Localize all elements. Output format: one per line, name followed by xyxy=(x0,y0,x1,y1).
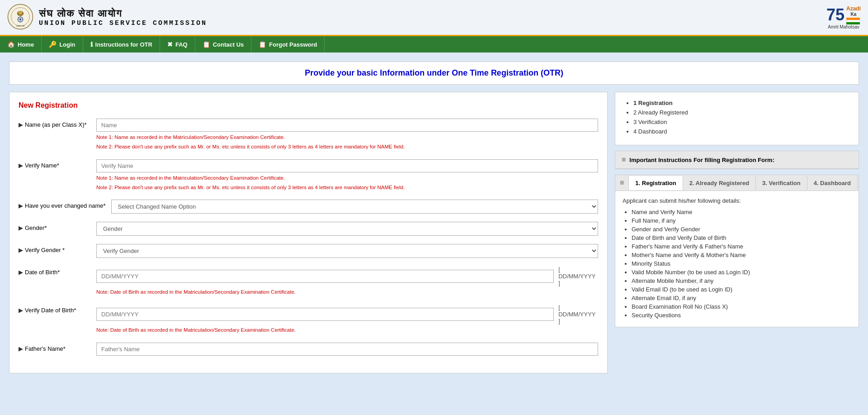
list-item: Father's Name and Verify & Father's Name xyxy=(632,243,851,250)
tab-registration[interactable]: 1. Registration xyxy=(629,176,683,190)
form-row-verify-name: ▶ Verify Name* Note 1: Name as recorded … xyxy=(19,159,598,192)
header: सत्यमेव जयते संघ लोक सेवा आयोग UNION PUB… xyxy=(0,0,868,36)
arrow-icon: ▶ xyxy=(19,121,23,128)
dob-input[interactable] xyxy=(96,270,554,283)
tab-verification[interactable]: 3. Verification xyxy=(756,176,807,190)
forgot-icon: 📋 xyxy=(259,41,266,48)
arrow-icon-7: ▶ xyxy=(19,307,23,314)
list-item: Gender and Verify Gender xyxy=(632,226,851,233)
instructions-header: ≡ Important Instructions For filling Reg… xyxy=(615,151,859,169)
home-icon: 🏠 xyxy=(7,41,15,48)
form-title: New Registration xyxy=(19,101,598,110)
nav-contact[interactable]: 📋 Contact Us xyxy=(195,36,252,52)
tabs-menu-icon: ≡ xyxy=(615,175,629,191)
nav-instructions[interactable]: ℹ Instructions for OTR xyxy=(83,36,160,52)
form-panel: New Registration ▶ Name (as per Class X)… xyxy=(9,92,608,373)
nav-home-label: Home xyxy=(18,41,34,48)
nav-faq[interactable]: ✖ FAQ xyxy=(160,36,195,52)
menu-icon: ≡ xyxy=(622,156,626,164)
azadi-text3: Amrit Mahotsav xyxy=(826,24,861,29)
step-1: 1 Registration xyxy=(633,100,849,106)
header-right: 75 Azadi Ka Amrit Mahotsav xyxy=(826,5,861,29)
emblem: सत्यमेव जयते xyxy=(7,4,33,31)
arrow-icon-8: ▶ xyxy=(19,345,23,352)
father-input[interactable] xyxy=(96,343,598,356)
form-row-changed-name: ▶ Have you ever changed name* Select Cha… xyxy=(19,200,598,214)
label-name: ▶ Name (as per Class X)* xyxy=(19,119,91,128)
arrow-icon-6: ▶ xyxy=(19,269,23,276)
field-gender: Gender Male Female Other xyxy=(96,222,598,236)
form-row-verify-dob: ▶ Verify Date of Birth* [ DD/MM/YYYY ] N… xyxy=(19,304,598,334)
note-name-1: Note 1: Name as recorded in the Matricul… xyxy=(96,134,598,141)
verify-dob-format-label: [ DD/MM/YYYY ] xyxy=(558,304,598,324)
page-title: Provide your basic Information under One… xyxy=(16,68,852,78)
azadi-badge: 75 Azadi Ka Amrit Mahotsav xyxy=(826,5,861,29)
instructions-box: ≡ Important Instructions For filling Reg… xyxy=(615,151,859,169)
tab-content: Applicant can submit his/her following d… xyxy=(615,191,859,327)
label-verify-name: ▶ Verify Name* xyxy=(19,159,91,169)
nav-forgot[interactable]: 📋 Forgot Password xyxy=(251,36,325,52)
list-item: Mother's Name and Verify & Mother's Name xyxy=(632,252,851,258)
tab-already-registered[interactable]: 2. Already Registered xyxy=(683,176,756,190)
login-icon: 🔑 xyxy=(49,41,57,48)
label-changed-name: ▶ Have you ever changed name* xyxy=(19,200,106,209)
dob-row: [ DD/MM/YYYY ] xyxy=(96,266,598,286)
verify-dob-input[interactable] xyxy=(96,308,554,321)
changed-name-select[interactable]: Select Changed Name Option Yes No xyxy=(111,200,598,214)
azadi-number: 75 xyxy=(826,5,844,24)
page-title-box: Provide your basic Information under One… xyxy=(9,62,859,85)
verify-name-input[interactable] xyxy=(96,159,598,172)
note-vname-1: Note 1: Name as recorded in the Matricul… xyxy=(96,174,598,182)
tab-intro: Applicant can submit his/her following d… xyxy=(623,197,851,204)
list-item: Minority Status xyxy=(632,260,851,267)
org-hindi: संघ लोक सेवा आयोग xyxy=(39,8,207,19)
faq-icon: ✖ xyxy=(167,41,173,48)
main-nav: 🏠 Home 🔑 Login ℹ Instructions for OTR ✖ … xyxy=(0,36,868,52)
field-name: Note 1: Name as recorded in the Matricul… xyxy=(96,119,598,151)
svg-point-3 xyxy=(19,11,23,14)
org-english: UNION PUBLIC SERVICE COMMISSION xyxy=(39,19,207,27)
content-area: Provide your basic Information under One… xyxy=(0,52,868,409)
svg-text:सत्यमेव जयते: सत्यमेव जयते xyxy=(16,25,25,27)
verify-gender-select[interactable]: Verify Gender Male Female Other xyxy=(96,244,598,258)
nav-faq-label: FAQ xyxy=(175,41,188,48)
arrow-icon-4: ▶ xyxy=(19,224,23,231)
note-vname-2: Note 2: Please don't use any prefix such… xyxy=(96,184,598,191)
label-verify-dob: ▶ Verify Date of Birth* xyxy=(19,304,91,314)
tabs-bar: ≡ 1. Registration 2. Already Registered … xyxy=(615,175,859,327)
nav-contact-label: Contact Us xyxy=(213,41,244,48)
list-item: Board Examination Roll No (Class X) xyxy=(632,303,851,310)
instructions-title: Important Instructions For filling Regis… xyxy=(629,157,774,163)
azadi-text1: Azadi xyxy=(846,5,861,12)
main-layout: New Registration ▶ Name (as per Class X)… xyxy=(9,92,859,373)
field-verify-gender: Verify Gender Male Female Other xyxy=(96,244,598,258)
label-gender: ▶ Gender* xyxy=(19,222,91,231)
nav-instructions-label: Instructions for OTR xyxy=(95,41,152,48)
nav-login-label: Login xyxy=(59,41,75,48)
list-item: Valid Email ID (to be used as Login ID) xyxy=(632,286,851,293)
arrow-icon-3: ▶ xyxy=(19,202,23,209)
list-item: Valid Mobile Number (to be used as Login… xyxy=(632,269,851,276)
steps-box: 1 Registration 2 Already Registered 3 Ve… xyxy=(615,92,859,145)
form-row-dob: ▶ Date of Birth* [ DD/MM/YYYY ] Note: Da… xyxy=(19,266,598,296)
form-row-father: ▶ Father's Name* xyxy=(19,343,598,356)
tab-items-list: Name and Verify Name Full Name, if any G… xyxy=(623,209,851,319)
field-dob: [ DD/MM/YYYY ] Note: Date of Birth as re… xyxy=(96,266,598,296)
list-item: Alternate Email ID, if any xyxy=(632,295,851,301)
gender-select[interactable]: Gender Male Female Other xyxy=(96,222,598,236)
step-4: 4 Dashboard xyxy=(633,128,849,135)
label-father: ▶ Father's Name* xyxy=(19,343,91,352)
nav-home[interactable]: 🏠 Home xyxy=(0,36,42,52)
list-item: Date of Birth and Verify Date of Birth xyxy=(632,234,851,241)
form-row-name: ▶ Name (as per Class X)* Note 1: Name as… xyxy=(19,119,598,151)
field-changed-name: Select Changed Name Option Yes No xyxy=(111,200,598,214)
dob-format-label: [ DD/MM/YYYY ] xyxy=(558,266,598,286)
field-father xyxy=(96,343,598,356)
tab-dashboard[interactable]: 4. Dashboard xyxy=(807,176,858,190)
list-item: Name and Verify Name xyxy=(632,209,851,215)
name-input[interactable] xyxy=(96,119,598,132)
note-dob: Note: Date of Birth as recorded in the M… xyxy=(96,288,598,296)
nav-login[interactable]: 🔑 Login xyxy=(42,36,83,52)
note-verify-dob: Note: Date of Birth as recorded in the M… xyxy=(96,326,598,334)
right-panel: 1 Registration 2 Already Registered 3 Ve… xyxy=(615,92,859,373)
